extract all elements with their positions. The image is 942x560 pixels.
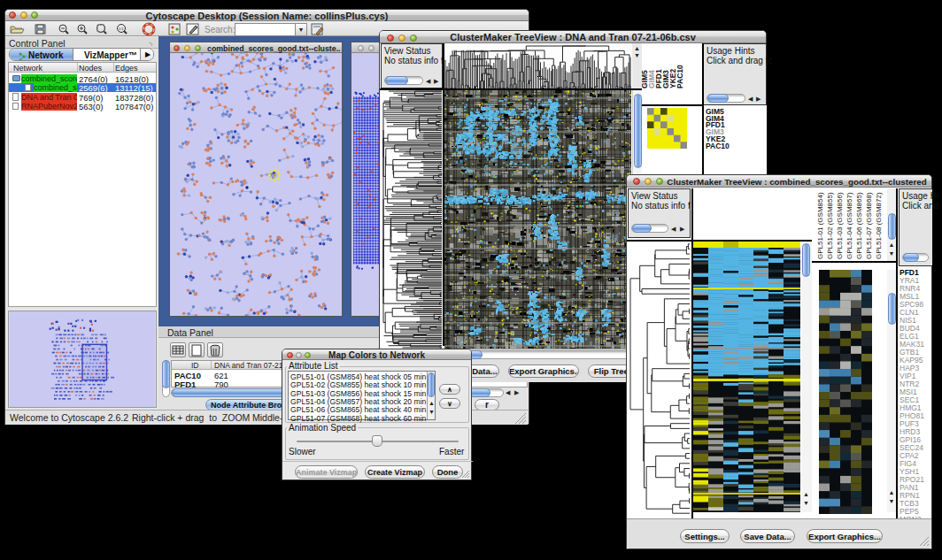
svg-text:GPL51-04 (GSM857): GPL51-04 (GSM857) [845,192,853,259]
svg-text:GPL51-03 (GSM856): GPL51-03 (GSM856) [836,192,844,259]
svg-text:PAC10: PAC10 [676,65,684,88]
svg-text:GPL51-07 (GSM868): GPL51-07 (GSM868) [865,192,873,259]
svg-text:GPL51-08 (GSM872): GPL51-08 (GSM872) [875,192,883,259]
svg-text:1:1: 1:1 [119,27,124,31]
svg-text:GPL51-01 (GSM854): GPL51-01 (GSM854) [816,192,824,259]
svg-text:GPL51-06 (GSM865): GPL51-06 (GSM865) [855,192,863,259]
svg-text:GPL51-02 (GSM855): GPL51-02 (GSM855) [826,192,834,259]
